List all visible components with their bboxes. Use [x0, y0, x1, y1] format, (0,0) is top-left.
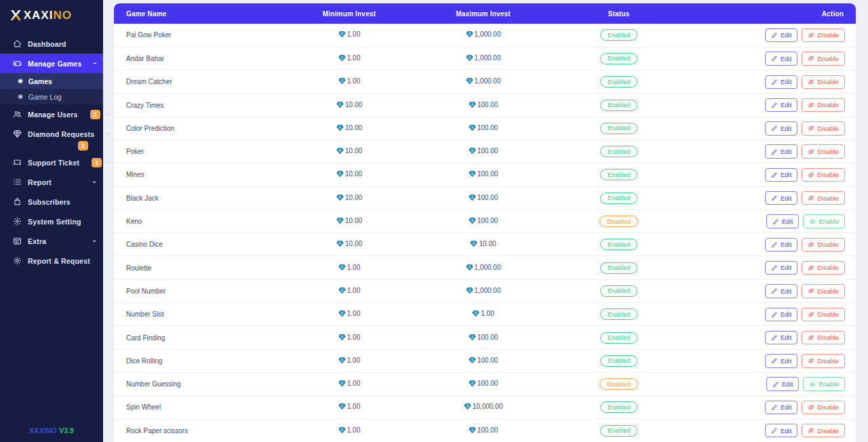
diamond-icon — [338, 334, 346, 341]
edit-button[interactable]: Edit — [765, 424, 797, 437]
minimum-invest-cell: 10.00 — [285, 186, 414, 209]
maximum-invest-cell: 100.00 — [414, 209, 553, 233]
status-cell: Enabled — [553, 140, 685, 163]
sidebar-item-extra[interactable]: Extra › — [0, 231, 103, 251]
sidebar-item-diamond-requests[interactable]: Diamond Requests 1› — [0, 124, 103, 144]
action-cell: EditDisable — [685, 396, 856, 419]
edit-button[interactable]: Edit — [765, 354, 797, 367]
disable-button[interactable]: Disable — [802, 98, 845, 112]
game-name-cell: Dream Catcher — [114, 71, 285, 94]
game-name-cell: Black Jack — [114, 186, 285, 209]
edit-button[interactable]: Edit — [765, 401, 797, 414]
sidebar-subitem-games[interactable]: ◉Games — [0, 73, 103, 89]
status-cell: Enabled — [553, 117, 685, 140]
action-cell: EditDisable — [685, 233, 856, 256]
edit-button[interactable]: Edit — [766, 377, 799, 390]
disable-button[interactable]: Disable — [802, 354, 845, 367]
disable-button[interactable]: Disable — [802, 121, 845, 135]
sidebar-item-label: Manage Games — [28, 60, 81, 68]
disable-button[interactable]: Disable — [802, 52, 845, 65]
action-cell: EditDisable — [685, 186, 856, 209]
edit-button[interactable]: Edit — [765, 144, 797, 158]
minimum-invest-cell: 1.00 — [285, 47, 414, 70]
edit-button[interactable]: Edit — [765, 75, 797, 89]
sidebar-item-system-setting[interactable]: System Setting — [0, 212, 103, 231]
maximum-invest-cell: 1,000.00 — [414, 71, 553, 94]
minimum-invest-cell: 10.00 — [285, 117, 414, 140]
extra-icon — [12, 237, 22, 246]
edit-button[interactable]: Edit — [765, 121, 797, 135]
action-cell: EditDisable — [685, 140, 856, 163]
status-badge: Enabled — [600, 262, 637, 274]
status-cell: Enabled — [553, 71, 685, 94]
disable-button[interactable]: Disable — [802, 284, 845, 298]
diamond-icon — [336, 240, 344, 247]
status-cell: Disabled — [553, 209, 685, 233]
table-row: Color Prediction 10.00 100.00 Enabled Ed… — [114, 117, 856, 140]
notification-badge: 1 — [78, 141, 88, 150]
sidebar-item-manage-users[interactable]: Manage Users 1› — [0, 104, 103, 124]
table-row: Pool Number 1.00 1,000.00 Enabled EditDi… — [114, 279, 856, 302]
edit-button[interactable]: Edit — [765, 168, 797, 182]
sidebar-item-label: System Setting — [28, 218, 81, 226]
game-name-cell: Poker — [114, 140, 285, 163]
sidebar-item-manage-games[interactable]: Manage Games › — [0, 54, 103, 73]
disable-button[interactable]: Disable — [802, 75, 845, 89]
game-name-cell: Keno — [114, 209, 285, 233]
edit-button[interactable]: Edit — [765, 308, 797, 321]
minimum-invest-cell: 10.00 — [285, 233, 414, 256]
status-badge: Enabled — [600, 193, 637, 204]
edit-button[interactable]: Edit — [765, 52, 797, 65]
disable-button[interactable]: Disable — [802, 238, 845, 252]
disable-button[interactable]: Disable — [802, 424, 845, 437]
edit-button[interactable]: Edit — [766, 214, 799, 228]
app-logo[interactable]: X XAXINO — [0, 0, 103, 31]
enable-button[interactable]: Enable — [803, 214, 845, 228]
diamond-icon — [469, 194, 476, 201]
status-badge: Enabled — [600, 355, 637, 367]
sidebar-subitem-game-log[interactable]: ◉Game Log — [0, 89, 103, 104]
sidebar-item-dashboard[interactable]: Dashboard — [0, 34, 103, 54]
column-header-minimum-invest: Minimum Invest — [285, 3, 414, 24]
disable-button[interactable]: Disable — [802, 401, 845, 414]
table-row: Rock Paper scissors 1.00 100.00 Enabled … — [114, 419, 856, 442]
edit-button[interactable]: Edit — [765, 261, 797, 275]
game-name-cell: Number Guessing — [114, 372, 285, 395]
enable-button[interactable]: Enable — [803, 377, 845, 390]
minimum-invest-cell: 10.00 — [285, 163, 414, 186]
sidebar-item-support-ticket[interactable]: Support Ticket 1› — [0, 153, 103, 172]
cog-icon — [12, 256, 22, 266]
diamond-icon — [469, 380, 476, 387]
edit-button[interactable]: Edit — [765, 238, 797, 252]
edit-button[interactable]: Edit — [765, 331, 797, 344]
edit-button[interactable]: Edit — [765, 284, 797, 298]
sidebar-item-report[interactable]: Report › — [0, 172, 103, 192]
sidebar-item-subscribers[interactable]: Subscribers — [0, 192, 103, 212]
disable-button[interactable]: Disable — [802, 308, 845, 321]
diamond-icon — [466, 264, 473, 271]
game-name-cell: Rock Paper scissors — [114, 419, 285, 442]
minimum-invest-cell: 1.00 — [285, 326, 414, 349]
disable-button[interactable]: Disable — [802, 261, 845, 275]
minimum-invest-cell: 10.00 — [285, 94, 414, 117]
sidebar-item-report-request[interactable]: Report & Request — [0, 251, 103, 270]
status-badge: Enabled — [600, 146, 637, 157]
disable-button[interactable]: Disable — [802, 144, 845, 158]
footer-brand: XAXINO — [29, 426, 56, 435]
table-header-row: Game Name Minimum Invest Maximum Invest … — [114, 3, 856, 24]
disable-button[interactable]: Disable — [802, 168, 845, 182]
disable-button[interactable]: Disable — [802, 331, 845, 344]
status-badge: Enabled — [600, 76, 637, 87]
status-cell: Enabled — [553, 94, 685, 117]
game-name-cell: Pai Gow Poker — [114, 24, 285, 47]
diamond-icon — [338, 380, 346, 387]
minimum-invest-cell: 10.00 — [285, 209, 414, 233]
table-row: Black Jack 10.00 100.00 Enabled EditDisa… — [114, 186, 856, 209]
edit-button[interactable]: Edit — [765, 28, 797, 42]
diamond-icon — [469, 124, 476, 132]
disable-button[interactable]: Disable — [802, 191, 845, 205]
status-cell: Enabled — [553, 326, 685, 349]
disable-button[interactable]: Disable — [802, 28, 845, 42]
edit-button[interactable]: Edit — [765, 98, 797, 112]
edit-button[interactable]: Edit — [765, 191, 797, 205]
